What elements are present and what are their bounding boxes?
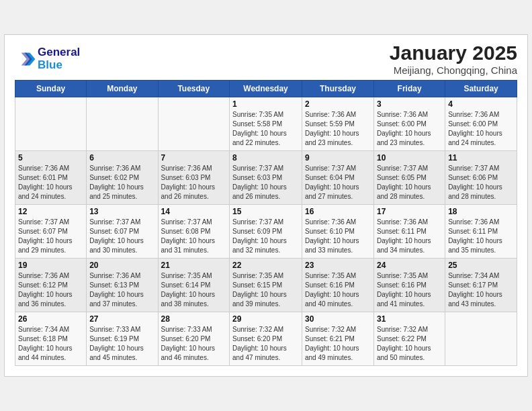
calendar-cell: 24Sunrise: 7:35 AM Sunset: 6:16 PM Dayli… bbox=[374, 259, 445, 312]
day-info: Sunrise: 7:37 AM Sunset: 6:06 PM Dayligh… bbox=[448, 164, 514, 201]
calendar-cell: 20Sunrise: 7:36 AM Sunset: 6:13 PM Dayli… bbox=[87, 259, 158, 312]
calendar-cell: 22Sunrise: 7:35 AM Sunset: 6:15 PM Dayli… bbox=[230, 259, 302, 312]
calendar-cell: 6Sunrise: 7:36 AM Sunset: 6:02 PM Daylig… bbox=[87, 151, 158, 205]
day-info: Sunrise: 7:35 AM Sunset: 6:14 PM Dayligh… bbox=[161, 271, 227, 309]
weekday-header-sunday: Sunday bbox=[15, 81, 87, 97]
weekday-header-monday: Monday bbox=[87, 81, 158, 97]
day-info: Sunrise: 7:37 AM Sunset: 6:08 PM Dayligh… bbox=[161, 218, 227, 255]
calendar-week-row: 19Sunrise: 7:36 AM Sunset: 6:12 PM Dayli… bbox=[15, 259, 517, 312]
day-info: Sunrise: 7:36 AM Sunset: 6:00 PM Dayligh… bbox=[448, 110, 514, 148]
calendar-cell: 18Sunrise: 7:36 AM Sunset: 6:11 PM Dayli… bbox=[445, 205, 517, 259]
day-number: 26 bbox=[18, 314, 83, 324]
calendar-cell: 11Sunrise: 7:37 AM Sunset: 6:06 PM Dayli… bbox=[445, 151, 517, 205]
day-number: 9 bbox=[305, 153, 371, 163]
calendar-body: 1Sunrise: 7:35 AM Sunset: 5:58 PM Daylig… bbox=[15, 97, 517, 366]
logo-general: General bbox=[38, 46, 80, 59]
calendar-week-row: 1Sunrise: 7:35 AM Sunset: 5:58 PM Daylig… bbox=[15, 97, 517, 151]
calendar-cell: 25Sunrise: 7:34 AM Sunset: 6:17 PM Dayli… bbox=[445, 259, 517, 312]
logo-blue: Blue bbox=[38, 59, 62, 72]
calendar-cell: 5Sunrise: 7:36 AM Sunset: 6:01 PM Daylig… bbox=[15, 151, 87, 205]
day-info: Sunrise: 7:35 AM Sunset: 6:15 PM Dayligh… bbox=[232, 271, 299, 309]
calendar-cell: 13Sunrise: 7:37 AM Sunset: 6:07 PM Dayli… bbox=[87, 205, 158, 259]
day-info: Sunrise: 7:37 AM Sunset: 6:07 PM Dayligh… bbox=[18, 218, 83, 255]
day-number: 25 bbox=[448, 261, 514, 270]
calendar-cell: 26Sunrise: 7:34 AM Sunset: 6:18 PM Dayli… bbox=[15, 312, 87, 366]
calendar-week-row: 12Sunrise: 7:37 AM Sunset: 6:07 PM Dayli… bbox=[15, 205, 517, 259]
logo-icon bbox=[15, 48, 36, 70]
calendar-cell: 30Sunrise: 7:32 AM Sunset: 6:21 PM Dayli… bbox=[302, 312, 374, 366]
calendar-cell: 1Sunrise: 7:35 AM Sunset: 5:58 PM Daylig… bbox=[230, 97, 302, 151]
calendar-cell: 15Sunrise: 7:37 AM Sunset: 6:09 PM Dayli… bbox=[230, 205, 302, 259]
day-info: Sunrise: 7:37 AM Sunset: 6:07 PM Dayligh… bbox=[89, 218, 154, 255]
title-block: January 2025 Meijiang, Chongqing, China bbox=[390, 42, 517, 76]
calendar-cell: 7Sunrise: 7:36 AM Sunset: 6:03 PM Daylig… bbox=[158, 151, 230, 205]
day-info: Sunrise: 7:35 AM Sunset: 5:58 PM Dayligh… bbox=[232, 110, 299, 148]
day-info: Sunrise: 7:36 AM Sunset: 6:03 PM Dayligh… bbox=[161, 164, 227, 201]
day-number: 24 bbox=[377, 261, 442, 270]
calendar-header-row: SundayMondayTuesdayWednesdayThursdayFrid… bbox=[15, 81, 517, 97]
day-info: Sunrise: 7:37 AM Sunset: 6:04 PM Dayligh… bbox=[305, 164, 371, 201]
calendar-cell bbox=[158, 97, 230, 151]
calendar-header: General Blue January 2025 Meijiang, Chon… bbox=[15, 42, 517, 76]
day-info: Sunrise: 7:36 AM Sunset: 6:00 PM Dayligh… bbox=[377, 110, 442, 148]
calendar-cell: 29Sunrise: 7:32 AM Sunset: 6:20 PM Dayli… bbox=[230, 312, 302, 366]
day-number: 8 bbox=[232, 153, 299, 163]
day-number: 5 bbox=[18, 153, 83, 163]
day-number: 15 bbox=[232, 207, 299, 216]
day-number: 20 bbox=[89, 261, 154, 270]
day-info: Sunrise: 7:36 AM Sunset: 6:11 PM Dayligh… bbox=[377, 218, 442, 255]
calendar-container: General Blue January 2025 Meijiang, Chon… bbox=[4, 34, 528, 377]
calendar-cell: 4Sunrise: 7:36 AM Sunset: 6:00 PM Daylig… bbox=[445, 97, 517, 151]
day-info: Sunrise: 7:37 AM Sunset: 6:09 PM Dayligh… bbox=[232, 218, 299, 255]
calendar-cell bbox=[87, 97, 158, 151]
day-number: 4 bbox=[448, 99, 514, 109]
day-info: Sunrise: 7:36 AM Sunset: 6:13 PM Dayligh… bbox=[89, 271, 154, 309]
day-number: 7 bbox=[161, 153, 227, 163]
calendar-cell: 8Sunrise: 7:37 AM Sunset: 6:03 PM Daylig… bbox=[230, 151, 302, 205]
calendar-cell: 2Sunrise: 7:36 AM Sunset: 5:59 PM Daylig… bbox=[302, 97, 374, 151]
day-number: 6 bbox=[89, 153, 154, 163]
weekday-header-row: SundayMondayTuesdayWednesdayThursdayFrid… bbox=[15, 81, 517, 97]
logo-text: General Blue bbox=[38, 46, 80, 71]
calendar-cell bbox=[445, 312, 517, 366]
day-number: 1 bbox=[232, 99, 299, 109]
day-number: 21 bbox=[161, 261, 227, 270]
calendar-week-row: 26Sunrise: 7:34 AM Sunset: 6:18 PM Dayli… bbox=[15, 312, 517, 366]
calendar-cell: 14Sunrise: 7:37 AM Sunset: 6:08 PM Dayli… bbox=[158, 205, 230, 259]
day-info: Sunrise: 7:36 AM Sunset: 6:02 PM Dayligh… bbox=[89, 164, 154, 201]
calendar-cell: 19Sunrise: 7:36 AM Sunset: 6:12 PM Dayli… bbox=[15, 259, 87, 312]
calendar-cell: 28Sunrise: 7:33 AM Sunset: 6:20 PM Dayli… bbox=[158, 312, 230, 366]
weekday-header-thursday: Thursday bbox=[302, 81, 374, 97]
day-info: Sunrise: 7:35 AM Sunset: 6:16 PM Dayligh… bbox=[305, 271, 371, 309]
day-number: 10 bbox=[377, 153, 442, 163]
day-info: Sunrise: 7:33 AM Sunset: 6:19 PM Dayligh… bbox=[89, 325, 154, 363]
calendar-cell: 9Sunrise: 7:37 AM Sunset: 6:04 PM Daylig… bbox=[302, 151, 374, 205]
calendar-cell: 21Sunrise: 7:35 AM Sunset: 6:14 PM Dayli… bbox=[158, 259, 230, 312]
calendar-table: SundayMondayTuesdayWednesdayThursdayFrid… bbox=[15, 80, 517, 366]
calendar-cell: 3Sunrise: 7:36 AM Sunset: 6:00 PM Daylig… bbox=[374, 97, 445, 151]
day-number: 17 bbox=[377, 207, 442, 216]
day-info: Sunrise: 7:34 AM Sunset: 6:17 PM Dayligh… bbox=[448, 271, 514, 309]
logo: General Blue bbox=[15, 46, 80, 71]
weekday-header-friday: Friday bbox=[374, 81, 445, 97]
day-info: Sunrise: 7:32 AM Sunset: 6:22 PM Dayligh… bbox=[377, 325, 442, 363]
day-number: 19 bbox=[18, 261, 83, 270]
calendar-cell: 10Sunrise: 7:37 AM Sunset: 6:05 PM Dayli… bbox=[374, 151, 445, 205]
day-number: 27 bbox=[89, 314, 154, 324]
day-info: Sunrise: 7:36 AM Sunset: 6:11 PM Dayligh… bbox=[448, 218, 514, 255]
day-info: Sunrise: 7:36 AM Sunset: 6:10 PM Dayligh… bbox=[305, 218, 371, 255]
day-info: Sunrise: 7:33 AM Sunset: 6:20 PM Dayligh… bbox=[161, 325, 227, 363]
day-number: 22 bbox=[232, 261, 299, 270]
day-number: 3 bbox=[377, 99, 442, 109]
day-info: Sunrise: 7:35 AM Sunset: 6:16 PM Dayligh… bbox=[377, 271, 442, 309]
day-info: Sunrise: 7:36 AM Sunset: 6:01 PM Dayligh… bbox=[18, 164, 83, 201]
day-info: Sunrise: 7:34 AM Sunset: 6:18 PM Dayligh… bbox=[18, 325, 83, 363]
calendar-cell: 23Sunrise: 7:35 AM Sunset: 6:16 PM Dayli… bbox=[302, 259, 374, 312]
day-info: Sunrise: 7:36 AM Sunset: 5:59 PM Dayligh… bbox=[305, 110, 371, 148]
day-number: 30 bbox=[305, 314, 371, 324]
day-info: Sunrise: 7:37 AM Sunset: 6:05 PM Dayligh… bbox=[377, 164, 442, 201]
calendar-cell: 16Sunrise: 7:36 AM Sunset: 6:10 PM Dayli… bbox=[302, 205, 374, 259]
weekday-header-wednesday: Wednesday bbox=[230, 81, 302, 97]
weekday-header-saturday: Saturday bbox=[445, 81, 517, 97]
day-info: Sunrise: 7:37 AM Sunset: 6:03 PM Dayligh… bbox=[232, 164, 299, 201]
